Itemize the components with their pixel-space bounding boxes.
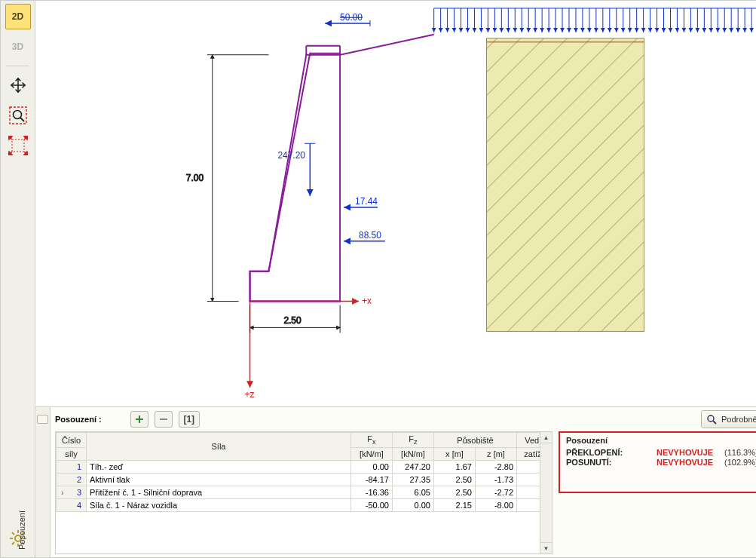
detail-button[interactable]: Podrobně [701, 410, 756, 428]
table-row[interactable]: 1Tíh.- zeď0.00247.201.67-2.80 [57, 461, 552, 474]
view-3d-label: 3D [12, 41, 23, 52]
drawing-svg: +x +z 7.00 2.50 [35, 1, 756, 406]
row-name: Aktivní tlak [87, 474, 351, 486]
soil-block [486, 38, 644, 332]
fit-extents-icon [8, 136, 28, 155]
table-row[interactable]: 2Aktivní tlak-84.1727.352.50-1.73 [57, 474, 552, 486]
detail-label: Podrobně [721, 415, 756, 424]
row-x: 1.67 [434, 461, 476, 474]
col-pusobiste: Působiště [434, 433, 517, 448]
side-tab-label: Posouzení [17, 510, 26, 550]
row-name: Síla č. 1 - Náraz vozidla [87, 499, 351, 512]
zoom-window-icon [8, 106, 28, 125]
row-x: 2.50 [434, 474, 476, 486]
bottom-body: Číslo Síla Fx Fz Působiště Vedl. síly [k [55, 431, 756, 554]
detail-icon [706, 414, 717, 425]
result-status: NEVYHOVUJE [657, 448, 724, 457]
svg-point-103 [708, 415, 714, 422]
result-key: PŘEKLOPENÍ: [566, 448, 657, 457]
bottom-content: Posouzení : [1] Podrobně [51, 407, 756, 557]
col-fz: Fz [393, 433, 434, 448]
dim-height: 7.00 [186, 55, 269, 302]
coord-axes: +x +z [245, 296, 372, 400]
result-pct: (116.3%) [724, 448, 756, 457]
col-sily: síly [57, 448, 87, 461]
row-index[interactable]: 4 [57, 499, 87, 512]
svg-text:7.00: 7.00 [186, 173, 204, 183]
add-button[interactable] [130, 411, 148, 428]
bottom-title: Posouzení : [55, 415, 102, 424]
result-key: POSUNUTÍ: [566, 458, 657, 467]
row-fx: -50.00 [351, 499, 393, 512]
row-name: Tíh.- zeď [87, 461, 351, 474]
wall-shape [250, 55, 341, 302]
remove-button[interactable] [155, 411, 173, 428]
view-3d-button[interactable]: 3D [5, 34, 31, 60]
zoom-extents-button[interactable] [5, 133, 31, 158]
svg-text:50.00: 50.00 [340, 12, 363, 23]
col-fz-unit: [kN/m] [393, 448, 434, 461]
plus-icon [135, 415, 144, 424]
side-tab-handle[interactable] [37, 415, 48, 424]
view-2d-label: 2D [12, 11, 23, 22]
dim-width: 2.50 [250, 305, 341, 333]
row-index[interactable]: 1 [57, 461, 87, 474]
svg-text:17.44: 17.44 [355, 196, 378, 207]
view-2d-button[interactable]: 2D [5, 4, 31, 29]
row-index[interactable]: 2 [57, 474, 87, 486]
row-fx: -16.36 [351, 486, 393, 499]
page-button[interactable]: [1] [179, 411, 200, 428]
col-sila: Síla [87, 433, 351, 461]
svg-text:88.50: 88.50 [359, 230, 381, 241]
row-fz: 0.00 [393, 499, 434, 512]
pan-button[interactable] [5, 72, 31, 98]
distributed-load [434, 8, 756, 32]
zoom-window-button[interactable] [5, 103, 31, 128]
row-fx: -84.17 [351, 474, 393, 486]
svg-rect-79 [341, 34, 445, 305]
svg-line-104 [713, 421, 716, 424]
drawing-canvas[interactable]: +x +z 7.00 2.50 [35, 1, 756, 406]
table-row[interactable]: 4Síla č. 1 - Náraz vozidla-50.000.002.15… [57, 499, 552, 512]
result-row: PŘEKLOPENÍ:NEVYHOVUJE(116.3%) [566, 448, 756, 457]
row-index[interactable]: 3 [57, 486, 87, 499]
move-arrows-icon [9, 76, 27, 94]
row-x: 2.15 [434, 499, 476, 512]
toolbar-separator [6, 66, 30, 66]
table-row[interactable]: 3Přitížení č. 1 - Silniční doprava-16.36… [57, 486, 552, 499]
row-fz: 27.35 [393, 474, 434, 486]
side-tab-strip[interactable]: Posouzení [35, 407, 51, 557]
scroll-up-icon[interactable]: ▲ [540, 432, 552, 443]
svg-text:247.20: 247.20 [277, 150, 305, 161]
row-name: Přitížení č. 1 - Silniční doprava [87, 486, 351, 499]
bottom-panel: Posouzení Posouzení : [1] [35, 406, 756, 557]
row-x: 2.50 [434, 486, 476, 499]
scroll-down-icon[interactable]: ▼ [540, 542, 552, 553]
left-toolbar: 2D 3D [1, 1, 35, 557]
table-scrollbar[interactable]: ▲ ▼ [540, 432, 552, 553]
result-row: POSUNUTÍ:NEVYHOVUJE(102.9%) [566, 458, 756, 467]
result-pct: (102.9%) [724, 458, 756, 467]
minus-icon [159, 415, 168, 424]
col-cislo: Číslo [57, 433, 87, 448]
svg-text:+z: +z [245, 389, 255, 400]
col-fx: Fx [351, 433, 393, 448]
svg-point-3 [13, 111, 21, 119]
svg-line-22 [12, 542, 14, 544]
row-fz: 6.05 [393, 486, 434, 499]
svg-rect-5 [12, 140, 24, 152]
forces-table-wrap[interactable]: Číslo Síla Fx Fz Působiště Vedl. síly [k [55, 431, 552, 554]
bottom-header: Posouzení : [1] Podrobně [55, 410, 756, 428]
row-z: -2.72 [476, 486, 517, 499]
row-fx: 0.00 [351, 461, 393, 474]
main-area: +x +z 7.00 2.50 [35, 1, 756, 557]
row-z: -2.80 [476, 461, 517, 474]
row-z: -1.73 [476, 474, 517, 486]
row-z: -8.00 [476, 499, 517, 512]
svg-line-19 [12, 532, 14, 535]
forces-table: Číslo Síla Fx Fz Působiště Vedl. síly [k [56, 432, 552, 512]
col-fx-unit: [kN/m] [351, 448, 393, 461]
result-status: NEVYHOVUJE [657, 458, 724, 467]
result-box: Posouzení PŘEKLOPENÍ:NEVYHOVUJE(116.3%)P… [559, 431, 756, 493]
svg-text:+x: +x [362, 296, 372, 307]
